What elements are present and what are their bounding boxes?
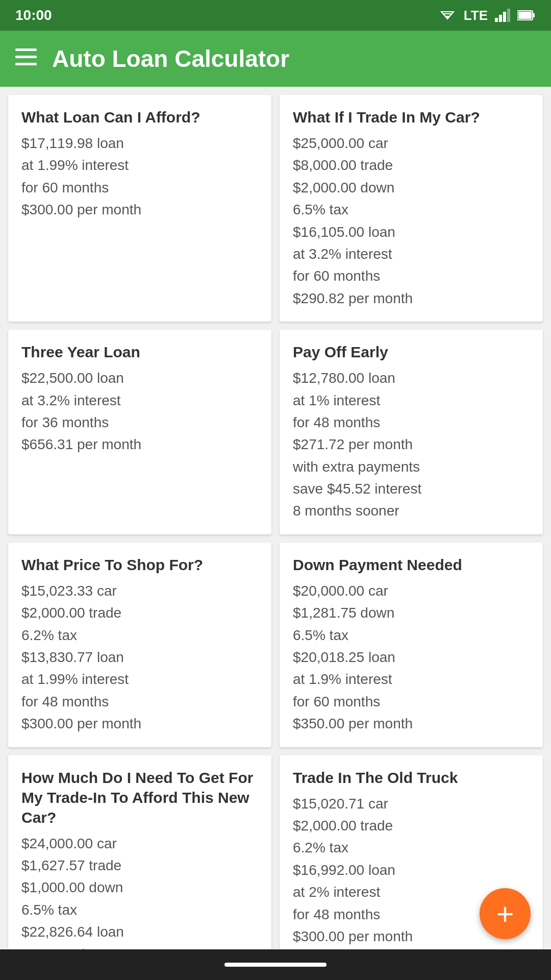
- card-title: Trade In The Old Truck: [293, 768, 530, 788]
- home-indicator: [224, 963, 327, 967]
- card-line: $300.00 per month: [21, 199, 258, 220]
- calculator-card[interactable]: Three Year Loan$22,500.00 loanat 3.2% in…: [8, 330, 271, 534]
- card-line: $350.00 per month: [293, 713, 530, 734]
- calculator-card[interactable]: Pay Off Early$12,780.00 loanat 1% intere…: [280, 330, 543, 534]
- svg-rect-8: [15, 56, 37, 58]
- card-line: $656.31 per month: [21, 433, 258, 455]
- calculator-card[interactable]: What Loan Can I Afford?$17,119.98 loanat…: [8, 95, 271, 322]
- card-line: for 60 months: [293, 265, 530, 287]
- add-button[interactable]: +: [480, 888, 531, 939]
- card-line: $271.72 per month: [293, 433, 530, 455]
- svg-rect-2: [503, 12, 506, 22]
- card-line: at 1.9% interest: [293, 668, 530, 690]
- card-line: $13,830.77 loan: [21, 646, 258, 668]
- calculator-card[interactable]: What Price To Shop For?$15,023.33 car$2,…: [8, 543, 271, 747]
- card-line: 6.2% tax: [293, 837, 530, 859]
- card-line: for 36 months: [21, 411, 258, 433]
- wifi-icon: [438, 9, 457, 22]
- app-title: Auto Loan Calculator: [52, 45, 289, 72]
- card-grid: What Loan Can I Afford?$17,119.98 loanat…: [0, 87, 551, 980]
- calculator-card[interactable]: How Much Do I Need To Get For My Trade-I…: [8, 755, 271, 980]
- calculator-card[interactable]: Down Payment Needed$20,000.00 car$1,281.…: [280, 543, 543, 747]
- card-line: for 48 months: [293, 411, 530, 433]
- svg-rect-9: [15, 63, 37, 65]
- svg-rect-1: [499, 15, 502, 22]
- card-line: for 60 months: [21, 177, 258, 199]
- card-line: at 1.99% interest: [21, 668, 258, 690]
- bottom-nav-bar: [0, 949, 551, 980]
- card-line: at 1% interest: [293, 389, 530, 411]
- card-line: $300.00 per month: [21, 713, 258, 734]
- svg-rect-0: [495, 18, 498, 22]
- card-line: $290.82 per month: [293, 287, 530, 309]
- card-line: $20,018.25 loan: [293, 646, 530, 668]
- card-line: $1,627.57 trade: [21, 854, 258, 876]
- card-title: What If I Trade In My Car?: [293, 107, 530, 127]
- signal-icon: [495, 9, 510, 22]
- card-line: $22,500.00 loan: [21, 367, 258, 389]
- card-line: $2,000.00 trade: [293, 815, 530, 837]
- card-line: $2,000.00 trade: [21, 602, 258, 624]
- card-title: How Much Do I Need To Get For My Trade-I…: [21, 768, 258, 827]
- card-line: $8,000.00 trade: [293, 154, 530, 176]
- card-line: $16,992.00 loan: [293, 859, 530, 881]
- lte-label: LTE: [464, 8, 488, 23]
- card-line: $12,780.00 loan: [293, 367, 530, 389]
- menu-icon[interactable]: [15, 48, 37, 69]
- status-icons: LTE: [438, 8, 536, 23]
- svg-rect-3: [507, 9, 510, 22]
- card-line: $16,105.00 loan: [293, 221, 530, 243]
- card-line: 6.5% tax: [293, 199, 530, 220]
- card-title: Down Payment Needed: [293, 555, 530, 575]
- card-line: $17,119.98 loan: [21, 132, 258, 154]
- card-title: Pay Off Early: [293, 342, 530, 362]
- calculator-card[interactable]: What If I Trade In My Car?$25,000.00 car…: [280, 95, 543, 322]
- card-title: What Loan Can I Afford?: [21, 107, 258, 127]
- card-line: $15,020.71 car: [293, 793, 530, 815]
- card-line: for 60 months: [293, 691, 530, 713]
- toolbar: Auto Loan Calculator: [0, 31, 551, 87]
- status-bar: 10:00 LTE: [0, 0, 551, 31]
- card-line: $2,000.00 down: [293, 177, 530, 199]
- card-line: 6.5% tax: [21, 899, 258, 921]
- svg-rect-5: [533, 13, 535, 17]
- status-time: 10:00: [15, 7, 52, 23]
- card-line: at 1.99% interest: [21, 154, 258, 176]
- card-line: $20,000.00 car: [293, 580, 530, 602]
- card-line: with extra payments: [293, 456, 530, 478]
- battery-icon: [517, 10, 536, 21]
- card-line: $1,000.00 down: [21, 876, 258, 898]
- calculator-card[interactable]: Trade In The Old Truck$15,020.71 car$2,0…: [280, 755, 543, 980]
- card-title: Three Year Loan: [21, 342, 258, 362]
- card-line: $24,000.00 car: [21, 832, 258, 854]
- card-line: 6.2% tax: [21, 624, 258, 646]
- card-line: at 3.2% interest: [21, 389, 258, 411]
- svg-rect-7: [15, 48, 37, 51]
- card-line: $25,000.00 car: [293, 132, 530, 154]
- card-title: What Price To Shop For?: [21, 555, 258, 575]
- card-line: 8 months sooner: [293, 500, 530, 522]
- card-line: at 3.2% interest: [293, 243, 530, 265]
- card-line: $22,826.64 loan: [21, 921, 258, 943]
- card-line: $15,023.33 car: [21, 580, 258, 602]
- svg-rect-6: [518, 12, 532, 19]
- card-line: for 48 months: [21, 691, 258, 713]
- card-line: $1,281.75 down: [293, 602, 530, 624]
- card-line: 6.5% tax: [293, 624, 530, 646]
- card-line: save $45.52 interest: [293, 478, 530, 500]
